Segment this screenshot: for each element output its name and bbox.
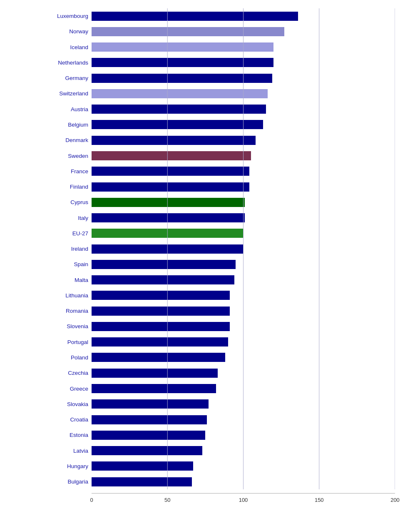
bar-wrapper: [92, 89, 395, 98]
bar-wrapper: [92, 446, 395, 455]
bar-label: Germany: [1, 75, 88, 81]
bar: [92, 446, 202, 455]
bar: [92, 151, 251, 160]
x-tick: 200: [390, 497, 400, 503]
bar-wrapper: [92, 74, 395, 83]
bar-row: France: [92, 164, 395, 179]
bar-label: Slovenia: [1, 323, 88, 329]
bar: [92, 322, 230, 331]
bar-wrapper: [92, 291, 395, 300]
bar: [92, 167, 249, 176]
x-tick: 100: [239, 497, 248, 503]
bar-label: Poland: [1, 354, 88, 361]
bar-wrapper: [92, 275, 395, 284]
bar-row: Italy: [92, 210, 395, 225]
bar-wrapper: [92, 120, 395, 129]
bar-wrapper: [92, 182, 395, 192]
bar-row: Belgium: [92, 117, 395, 132]
bar-label: Bulgaria: [1, 479, 88, 485]
bar-row: Iceland: [92, 40, 395, 55]
bar-label: Netherlands: [1, 60, 88, 66]
bar-row: Denmark: [92, 132, 395, 148]
bar-wrapper: [92, 42, 395, 52]
bar-wrapper: [92, 477, 395, 486]
bar-label: Romania: [1, 308, 88, 314]
bar-row: Hungary: [92, 459, 395, 474]
bar: [92, 58, 273, 67]
bar-label: Portugal: [1, 339, 88, 345]
bar-row: Luxembourg: [92, 8, 395, 24]
bar-wrapper: [92, 167, 395, 176]
bar: [92, 415, 207, 424]
bar: [92, 105, 266, 114]
bar-row: Spain: [92, 257, 395, 272]
bar-row: Slovenia: [92, 319, 395, 334]
bar-row: Portugal: [92, 334, 395, 350]
bar: [92, 431, 205, 440]
bar-wrapper: [92, 307, 395, 316]
bar: [92, 120, 263, 129]
bar-wrapper: [92, 136, 395, 145]
bar-wrapper: [92, 322, 395, 331]
bar-wrapper: [92, 105, 395, 114]
bar: [92, 291, 230, 300]
bar: [92, 229, 244, 238]
bar-row: Sweden: [92, 148, 395, 163]
bar-wrapper: [92, 198, 395, 207]
bar: [92, 89, 268, 98]
bar-wrapper: [92, 27, 395, 36]
x-tick: 150: [315, 497, 324, 503]
bar-wrapper: [92, 58, 395, 67]
bar: [92, 182, 249, 192]
bar: [92, 399, 209, 409]
bar: [92, 353, 225, 362]
bar-row: Ireland: [92, 241, 395, 257]
bar-label: Malta: [1, 277, 88, 283]
bar-row: Bulgaria: [92, 474, 395, 489]
bar-row: Croatia: [92, 412, 395, 427]
bar-wrapper: [92, 151, 395, 160]
bar: [92, 12, 298, 21]
bar-label: Austria: [1, 106, 88, 112]
bar: [92, 42, 273, 52]
bar-label: Finland: [1, 184, 88, 190]
bar-wrapper: [92, 369, 395, 378]
bar-label: Spain: [1, 261, 88, 267]
bar-chart: LuxembourgNorwayIcelandNetherlandsGerman…: [92, 8, 395, 489]
x-axis: 050100150200: [92, 494, 395, 506]
bar-label: Denmark: [1, 137, 88, 143]
bar-label: Czechia: [1, 370, 88, 376]
bar-row: Switzerland: [92, 86, 395, 101]
bar-label: Iceland: [1, 44, 88, 50]
bar-wrapper: [92, 260, 395, 269]
bar-row: EU-27: [92, 226, 395, 241]
bar-row: Romania: [92, 303, 395, 319]
bar: [92, 244, 244, 254]
bar-label: Sweden: [1, 153, 88, 159]
bar: [92, 307, 230, 316]
bar-label: Lithuania: [1, 292, 88, 299]
bar-label: Belgium: [1, 122, 88, 128]
bar-label: Slovakia: [1, 401, 88, 407]
bar: [92, 260, 236, 269]
bar: [92, 74, 272, 83]
bar-row: Latvia: [92, 443, 395, 458]
bar: [92, 337, 228, 347]
bar-row: Czechia: [92, 365, 395, 381]
bar-row: Malta: [92, 272, 395, 288]
bar: [92, 213, 245, 222]
bar-label: Luxembourg: [1, 13, 88, 19]
bar-label: Italy: [1, 215, 88, 221]
bar-wrapper: [92, 384, 395, 393]
bar-label: Estonia: [1, 432, 88, 438]
bar-wrapper: [92, 431, 395, 440]
bar-row: Cyprus: [92, 194, 395, 210]
bar-label: Hungary: [1, 463, 88, 469]
bar: [92, 369, 218, 378]
bar-wrapper: [92, 415, 395, 424]
bar-row: Slovakia: [92, 396, 395, 412]
chart-container: LuxembourgNorwayIcelandNetherlandsGerman…: [0, 0, 420, 531]
bar-row: Austria: [92, 102, 395, 117]
bar-row: Norway: [92, 24, 395, 39]
bar: [92, 477, 192, 486]
